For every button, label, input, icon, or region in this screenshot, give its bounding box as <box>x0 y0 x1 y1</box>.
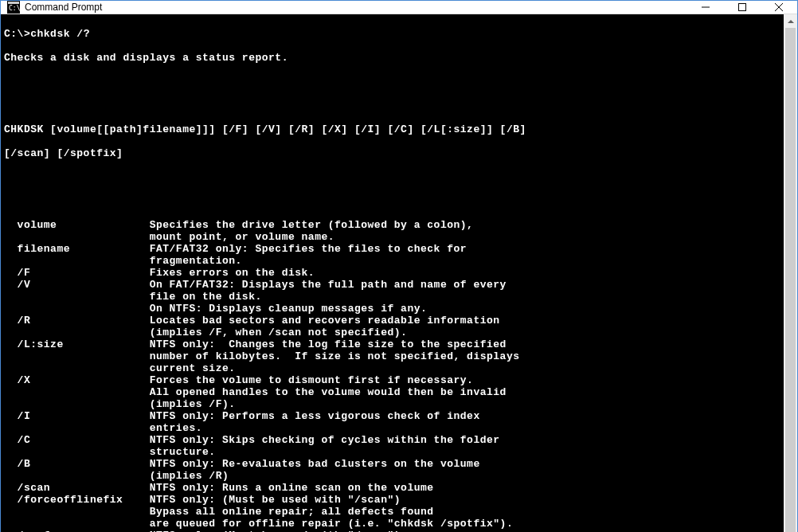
option-line: /B NTFS only: Re-evaluates bad clusters … <box>4 458 780 470</box>
option-line: fragmentation. <box>4 255 780 267</box>
usage-line-1: CHKDSK [volume[[path]filename]]] [/F] [/… <box>4 123 780 135</box>
option-line: mount point, or volume name. <box>4 231 780 243</box>
option-line: /C NTFS only: Skips checking of cycles w… <box>4 434 780 446</box>
option-line: (implies /F, when /scan not specified). <box>4 327 780 338</box>
prompt: C:\> <box>4 28 30 40</box>
option-line: Bypass all online repair; all defects fo… <box>4 506 780 518</box>
option-line: /F Fixes errors on the disk. <box>4 267 780 279</box>
scroll-up-button[interactable] <box>784 14 797 28</box>
option-line: current size. <box>4 362 780 374</box>
svg-marker-7 <box>788 20 794 23</box>
options-list: volume Specifies the drive letter (follo… <box>4 219 780 532</box>
option-line: /V On FAT/FAT32: Displays the full path … <box>4 279 780 291</box>
option-line: /forceofflinefix NTFS only: (Must be use… <box>4 494 780 506</box>
cmd-icon: C:\ <box>7 1 20 14</box>
option-line: (implies /R) <box>4 470 780 482</box>
option-line: On NTFS: Displays cleanup messages if an… <box>4 303 780 315</box>
minimize-button[interactable] <box>687 1 724 14</box>
usage-line-2: [/scan] [/spotfix] <box>4 147 780 159</box>
option-line: All opened handles to the volume would t… <box>4 386 780 398</box>
option-line: entries. <box>4 422 780 434</box>
command-prompt-window: C:\ Command Prompt C:\>chkdsk /? Checks … <box>0 0 798 532</box>
terminal-container: C:\>chkdsk /? Checks a disk and displays… <box>1 14 797 532</box>
maximize-button[interactable] <box>724 1 761 14</box>
option-line: /L:size NTFS only: Changes the log file … <box>4 338 780 350</box>
titlebar[interactable]: C:\ Command Prompt <box>1 1 797 14</box>
window-title: Command Prompt <box>25 2 687 13</box>
option-line: /X Forces the volume to dismount first i… <box>4 374 780 386</box>
option-line: /scan NTFS only: Runs a online scan on t… <box>4 482 780 494</box>
option-line: /R Locates bad sectors and recovers read… <box>4 315 780 327</box>
terminal-output[interactable]: C:\>chkdsk /? Checks a disk and displays… <box>1 14 784 532</box>
option-line: are queued for offline repair (i.e. "chk… <box>4 518 780 530</box>
option-line: filename FAT/FAT32 only: Specifies the f… <box>4 243 780 255</box>
option-line: number of kilobytes. If size is not spec… <box>4 350 780 362</box>
scroll-track[interactable] <box>784 28 797 532</box>
svg-text:C:\: C:\ <box>9 5 20 12</box>
svg-rect-1 <box>8 2 19 4</box>
option-line: file on the disk. <box>4 291 780 303</box>
option-line: (implies /F). <box>4 398 780 410</box>
option-line: structure. <box>4 446 780 458</box>
window-controls <box>687 1 797 14</box>
scrollbar[interactable] <box>784 14 797 532</box>
command-text: chkdsk /? <box>30 28 90 40</box>
option-line: volume Specifies the drive letter (follo… <box>4 219 780 231</box>
option-line: /I NTFS only: Performs a less vigorous c… <box>4 410 780 422</box>
svg-rect-4 <box>739 4 746 11</box>
close-button[interactable] <box>761 1 797 14</box>
description-line: Checks a disk and displays a status repo… <box>4 52 780 64</box>
scroll-thumb[interactable] <box>785 28 796 532</box>
